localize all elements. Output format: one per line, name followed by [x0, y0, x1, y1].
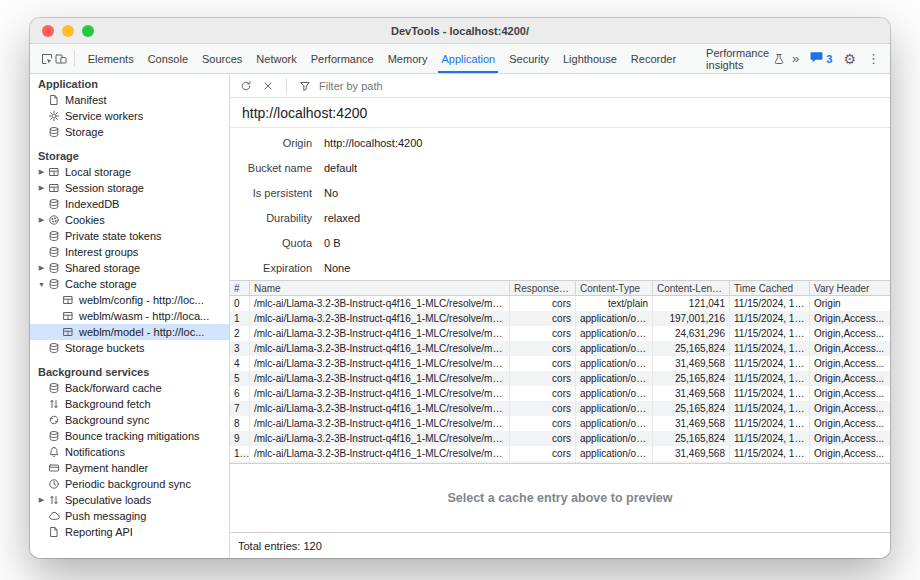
database-icon [47, 430, 60, 443]
cache-entry-row[interactable]: 2/mlc-ai/Llama-3.2-3B-Instruct-q4f16_1-M… [230, 326, 890, 341]
tab-application[interactable]: Application [434, 44, 502, 73]
settings-gear-icon[interactable]: ⚙ [843, 52, 856, 66]
sidebar-item-label: Periodic background sync [65, 478, 191, 490]
sidebar-item-weblm-config-http-loc[interactable]: weblm/config - http://loc... [30, 292, 229, 308]
tab-security[interactable]: Security [502, 44, 556, 73]
tabbar-right-controls: » 3 ⚙ ⋮ [792, 50, 880, 68]
cell-time-cached: 11/15/2024, 10... [730, 341, 810, 356]
expand-arrow-icon[interactable]: ▶ [36, 216, 47, 224]
refresh-icon[interactable] [236, 76, 256, 96]
tab-lighthouse[interactable]: Lighthouse [556, 44, 624, 73]
sidebar-item-service-workers[interactable]: Service workers [30, 108, 229, 124]
cookie-icon [47, 214, 60, 227]
column-header-name[interactable]: Name [250, 281, 510, 295]
tab-network[interactable]: Network [249, 44, 303, 73]
column-header-response-type[interactable]: Response-Type [510, 281, 576, 295]
kebab-menu-icon[interactable]: ⋮ [867, 52, 880, 65]
sidebar-item-reporting-api[interactable]: Reporting API [30, 524, 229, 540]
expand-arrow-icon[interactable]: ▶ [36, 168, 47, 176]
database-icon [47, 278, 60, 291]
sidebar-item-bounce-tracking-mitigations[interactable]: Bounce tracking mitigations [30, 428, 229, 444]
tab-performance[interactable]: Performance [304, 44, 381, 73]
cache-entry-row[interactable]: 3/mlc-ai/Llama-3.2-3B-Instruct-q4f16_1-M… [230, 341, 890, 356]
cache-entry-row[interactable]: 7/mlc-ai/Llama-3.2-3B-Instruct-q4f16_1-M… [230, 401, 890, 416]
sidebar-item-manifest[interactable]: Manifest [30, 92, 229, 108]
cell-vary-header: Origin,Access... [810, 371, 890, 386]
column-header-content-type[interactable]: Content-Type [576, 281, 653, 295]
sidebar-item-storage-buckets[interactable]: Storage buckets [30, 340, 229, 356]
console-messages-button[interactable]: 3 [810, 50, 832, 68]
column-header-time-cached[interactable]: Time Cached [730, 281, 810, 295]
tab-recorder[interactable]: Recorder [624, 44, 683, 73]
sidebar-item-interest-groups[interactable]: Interest groups [30, 244, 229, 260]
sidebar-item-shared-storage[interactable]: ▶Shared storage [30, 260, 229, 276]
tab-memory[interactable]: Memory [381, 44, 435, 73]
sidebar-item-local-storage[interactable]: ▶Local storage [30, 164, 229, 180]
cache-entry-row[interactable]: 0/mlc-ai/Llama-3.2-3B-Instruct-q4f16_1-M… [230, 296, 890, 311]
cell-response-type: cors [510, 311, 576, 326]
sidebar-item-notifications[interactable]: Notifications [30, 444, 229, 460]
cell-: 0 [230, 296, 250, 311]
database-icon [47, 246, 60, 259]
cache-entries-table: #NameResponse-TypeContent-TypeContent-Le… [230, 280, 890, 464]
cell-: 8 [230, 416, 250, 431]
messages-count-badge: 3 [826, 53, 832, 65]
expand-arrow-icon[interactable]: ▶ [36, 264, 47, 272]
meta-label: Expiration [230, 262, 312, 274]
column-header-[interactable]: # [230, 281, 250, 295]
cache-entry-row[interactable]: 10/mlc-ai/Llama-3.2-3B-Instruct-q4f16_1-… [230, 446, 890, 461]
cell-: 6 [230, 386, 250, 401]
cell-response-type: cors [510, 386, 576, 401]
delete-entry-icon[interactable] [258, 76, 278, 96]
sidebar-item-periodic-background-sync[interactable]: Periodic background sync [30, 476, 229, 492]
sidebar-item-back-forward-cache[interactable]: Back/forward cache [30, 380, 229, 396]
sidebar-item-weblm-wasm-http-loca[interactable]: weblm/wasm - http://loca... [30, 308, 229, 324]
more-tabs-icon[interactable]: » [792, 51, 799, 66]
cache-entry-row[interactable]: 4/mlc-ai/Llama-3.2-3B-Instruct-q4f16_1-M… [230, 356, 890, 371]
collapse-arrow-icon[interactable]: ▼ [36, 281, 47, 288]
sidebar-item-label: Manifest [65, 94, 107, 106]
sidebar-item-speculative-loads[interactable]: ▶Speculative loads [30, 492, 229, 508]
titlebar[interactable]: DevTools - localhost:4200/ [30, 18, 890, 44]
cache-entry-row[interactable]: 8/mlc-ai/Llama-3.2-3B-Instruct-q4f16_1-M… [230, 416, 890, 431]
expand-arrow-icon[interactable]: ▶ [36, 184, 47, 192]
sidebar-item-background-sync[interactable]: Background sync [30, 412, 229, 428]
inspect-element-icon[interactable] [40, 49, 54, 69]
tab-label: Recorder [631, 53, 676, 65]
sidebar-item-weblm-model-http-loc[interactable]: weblm/model - http://loc... [30, 324, 229, 340]
tab-sources[interactable]: Sources [195, 44, 249, 73]
cell-response-type: cors [510, 431, 576, 446]
sidebar-item-payment-handler[interactable]: Payment handler [30, 460, 229, 476]
sidebar-item-label: Storage [65, 126, 104, 138]
sidebar-item-private-state-tokens[interactable]: Private state tokens [30, 228, 229, 244]
sidebar-item-label: Storage buckets [65, 342, 145, 354]
cache-entry-row[interactable]: 1/mlc-ai/Llama-3.2-3B-Instruct-q4f16_1-M… [230, 311, 890, 326]
panel-tabs: ElementsConsoleSourcesNetworkPerformance… [81, 44, 792, 73]
updown-icon [47, 398, 60, 411]
meta-row-origin: Originhttp://localhost:4200 [230, 130, 890, 155]
tab-performance-insights[interactable]: Performance insights [699, 44, 792, 73]
sidebar-item-cache-storage[interactable]: ▼Cache storage [30, 276, 229, 292]
cell-time-cached: 11/15/2024, 10... [730, 311, 810, 326]
cache-entry-row[interactable]: 9/mlc-ai/Llama-3.2-3B-Instruct-q4f16_1-M… [230, 431, 890, 446]
database-icon [47, 198, 60, 211]
column-header-content-length[interactable]: Content-Length [653, 281, 730, 295]
table-icon [61, 294, 74, 307]
filter-by-path-input[interactable]: Filter by path [319, 80, 383, 92]
tab-elements[interactable]: Elements [81, 44, 141, 73]
cache-entry-row[interactable]: 5/mlc-ai/Llama-3.2-3B-Instruct-q4f16_1-M… [230, 371, 890, 386]
sidebar-item-push-messaging[interactable]: Push messaging [30, 508, 229, 524]
sidebar-item-indexeddb[interactable]: IndexedDB [30, 196, 229, 212]
sidebar-item-background-fetch[interactable]: Background fetch [30, 396, 229, 412]
cell-vary-header: Origin,Access... [810, 386, 890, 401]
tab-console[interactable]: Console [141, 44, 195, 73]
device-toolbar-icon[interactable] [54, 49, 68, 69]
sidebar-item-session-storage[interactable]: ▶Session storage [30, 180, 229, 196]
table-icon [61, 326, 74, 339]
meta-value: default [324, 162, 357, 174]
column-header-vary-header[interactable]: Vary Header [810, 281, 890, 295]
expand-arrow-icon[interactable]: ▶ [36, 496, 47, 504]
sidebar-item-storage[interactable]: Storage [30, 124, 229, 140]
cache-entry-row[interactable]: 6/mlc-ai/Llama-3.2-3B-Instruct-q4f16_1-M… [230, 386, 890, 401]
sidebar-item-cookies[interactable]: ▶Cookies [30, 212, 229, 228]
